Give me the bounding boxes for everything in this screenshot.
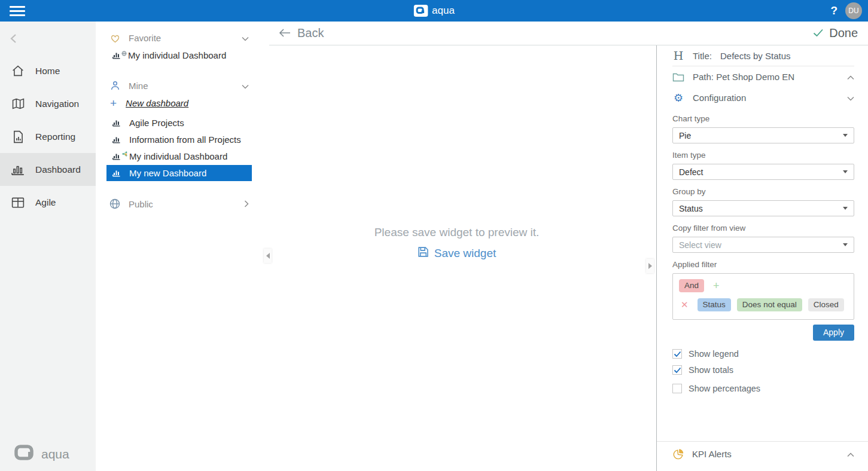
section-label: Public xyxy=(129,199,153,209)
chevron-up-icon[interactable] xyxy=(847,449,854,459)
avatar[interactable]: DU xyxy=(845,2,862,19)
sidebar-item-navigation[interactable]: Navigation xyxy=(0,87,96,120)
favorite-dashboard-item[interactable]: My individual Dashboard xyxy=(96,47,257,63)
group-by-select[interactable]: Status xyxy=(672,200,854,216)
board-grid-icon xyxy=(11,197,25,209)
configuration-row[interactable]: ⚙ Configuration xyxy=(672,87,854,108)
title-value[interactable]: Defects by Status xyxy=(720,51,791,61)
title-label: Title: xyxy=(693,51,712,61)
item-type-field: Item type Defect xyxy=(672,151,854,180)
kpi-alerts-label: KPI Alerts xyxy=(692,449,732,459)
add-condition-icon[interactable]: + xyxy=(713,280,720,291)
dashboard-item-label: Agile Projects xyxy=(129,118,184,128)
topbar: aqua ? DU xyxy=(0,0,868,22)
new-dashboard-label: New dashboard xyxy=(126,98,188,108)
new-dashboard-button[interactable]: + New dashboard xyxy=(96,94,257,111)
condition-operator-pill[interactable]: Does not equal xyxy=(737,298,802,311)
apply-button[interactable]: Apply xyxy=(813,325,854,341)
applied-filter-field: Applied filter And + ✕ Status Does not e… xyxy=(672,260,854,341)
done-label: Done xyxy=(829,26,858,40)
sidebar: Home Navigation Reporting xyxy=(0,22,96,471)
widget-preview-area: Please save widget to preview it. Save w… xyxy=(257,45,656,471)
dashboard-item-label: My new Dashboard xyxy=(129,168,206,178)
preview-message-block: Please save widget to preview it. Save w… xyxy=(257,226,656,261)
back-button[interactable]: Back xyxy=(279,26,324,40)
chart-type-select[interactable]: Pie xyxy=(672,127,854,143)
remove-condition-icon[interactable]: ✕ xyxy=(681,299,689,310)
sidebar-item-label: Agile xyxy=(35,197,56,208)
copy-filter-field: Copy filter from view Select view xyxy=(672,224,854,253)
caret-down-icon xyxy=(843,134,848,137)
dashboard-item-label: My individual Dashboard xyxy=(128,50,226,60)
chevron-down-icon xyxy=(242,81,249,91)
topbar-actions: ? DU xyxy=(830,2,862,19)
editor-body: Please save widget to preview it. Save w… xyxy=(257,45,868,471)
show-percentages-option[interactable]: Show percentages xyxy=(672,384,854,393)
sidebar-item-agile[interactable]: Agile xyxy=(0,186,96,219)
heart-icon xyxy=(109,33,121,43)
item-type-select[interactable]: Defect xyxy=(672,164,854,180)
mini-bar-chart-icon xyxy=(112,51,122,60)
help-icon[interactable]: ? xyxy=(830,4,837,17)
widget-properties-panel: H Title: Defects by Status Path: Pet Sho… xyxy=(656,45,868,471)
copy-filter-label: Copy filter from view xyxy=(672,224,854,233)
tree-item-my-new-dashboard[interactable]: My new Dashboard xyxy=(106,165,252,181)
sidebar-nav: Home Navigation Reporting xyxy=(0,54,96,219)
sidebar-item-reporting[interactable]: Reporting xyxy=(0,120,96,153)
path-row[interactable]: Path: Pet Shop Demo EN xyxy=(672,66,854,87)
done-button[interactable]: Done xyxy=(813,26,858,40)
dashboard-item-label: Information from all Projects xyxy=(129,134,241,145)
save-disk-icon xyxy=(418,246,429,261)
title-row[interactable]: H Title: Defects by Status xyxy=(672,45,854,66)
public-section-header[interactable]: Public xyxy=(96,195,257,213)
collapse-right-handle[interactable] xyxy=(646,259,654,273)
save-widget-label: Save widget xyxy=(434,247,497,260)
tree-item-my-individual-dashboard[interactable]: ♥ My individual Dashboard xyxy=(106,148,252,164)
dashboard-tree: Favorite My individual Dashboard xyxy=(96,22,257,471)
section-label: Mine xyxy=(129,81,148,91)
mini-bar-chart-icon xyxy=(112,118,122,127)
kpi-alerts-row[interactable]: KPI Alerts xyxy=(672,444,854,464)
editor-header: Back Done xyxy=(269,22,868,45)
filter-condition-row: ✕ Status Does not equal Closed xyxy=(679,298,848,311)
mine-section-header[interactable]: Mine xyxy=(96,77,257,94)
chevron-up-icon[interactable] xyxy=(847,72,854,82)
menu-icon[interactable] xyxy=(10,6,25,16)
arrow-left-icon xyxy=(279,26,291,40)
sidebar-collapse-icon[interactable] xyxy=(0,22,96,48)
show-totals-option[interactable]: Show totals xyxy=(672,365,854,375)
show-totals-checkbox[interactable] xyxy=(672,365,682,375)
section-label: Favorite xyxy=(129,33,161,43)
folder-icon xyxy=(672,72,684,82)
show-legend-option[interactable]: Show legend xyxy=(672,349,854,359)
person-icon xyxy=(109,80,121,91)
sidebar-item-label: Reporting xyxy=(35,131,75,142)
bar-chart-icon xyxy=(11,164,25,176)
save-widget-button[interactable]: Save widget xyxy=(418,246,497,261)
gear-icon: ⚙ xyxy=(672,93,684,103)
copy-filter-select[interactable]: Select view xyxy=(672,237,854,253)
show-legend-checkbox[interactable] xyxy=(672,349,682,359)
show-percentages-checkbox[interactable] xyxy=(672,384,682,393)
caret-down-icon xyxy=(843,170,848,173)
chevron-right-icon xyxy=(244,199,249,209)
tree-item-information-from-all-projects[interactable]: Information from all Projects xyxy=(106,131,252,148)
triangle-right-icon xyxy=(648,263,652,269)
show-totals-label: Show totals xyxy=(689,365,733,375)
condition-value-pill[interactable]: Closed xyxy=(808,298,844,311)
chevron-down-icon[interactable] xyxy=(847,93,854,103)
group-by-field: Group by Status xyxy=(672,187,854,216)
tree-item-agile-projects[interactable]: Agile Projects xyxy=(106,115,252,131)
favorite-section-header[interactable]: Favorite xyxy=(96,29,257,47)
mini-bar-chart-icon xyxy=(112,169,122,178)
globe-icon xyxy=(109,198,121,209)
heading-icon: H xyxy=(672,49,684,62)
condition-field-pill[interactable]: Status xyxy=(698,298,731,311)
filter-operator-pill[interactable]: And xyxy=(679,279,704,292)
sidebar-item-home[interactable]: Home xyxy=(0,54,96,87)
applied-filter-box: And + ✕ Status Does not equal Closed xyxy=(672,273,854,320)
plus-icon: + xyxy=(110,97,117,109)
sidebar-item-dashboard[interactable]: Dashboard xyxy=(0,153,96,186)
check-icon xyxy=(813,26,824,40)
kpi-alerts-section: KPI Alerts xyxy=(657,441,868,464)
